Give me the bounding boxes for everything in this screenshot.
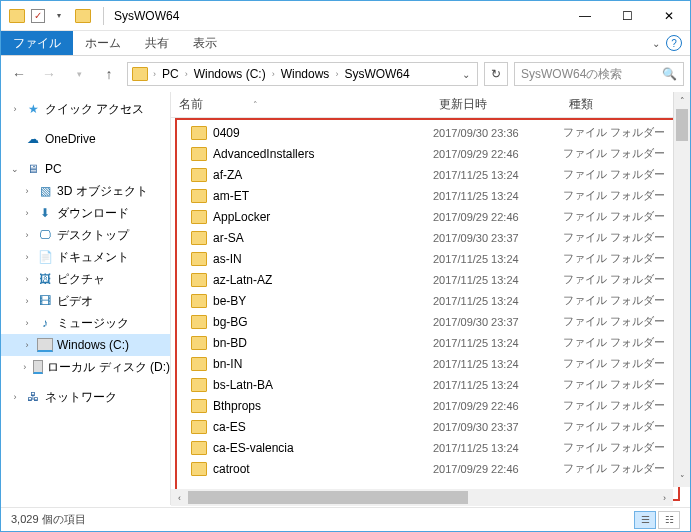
tree-drive-c[interactable]: ›Windows (C:): [1, 334, 170, 356]
file-date: 2017/09/29 22:46: [433, 463, 563, 475]
up-button[interactable]: ↑: [97, 62, 121, 86]
file-date: 2017/09/30 23:36: [433, 127, 563, 139]
folder-icon: [191, 252, 207, 266]
recent-dropdown[interactable]: ▾: [67, 62, 91, 86]
vertical-scrollbar[interactable]: ˄ ˅: [673, 92, 690, 487]
close-button[interactable]: ✕: [648, 1, 690, 31]
tab-home[interactable]: ホーム: [73, 31, 133, 55]
chevron-right-icon[interactable]: ›: [271, 69, 276, 79]
search-input[interactable]: SysWOW64の検索 🔍: [514, 62, 684, 86]
file-name: am-ET: [213, 189, 433, 203]
breadcrumb[interactable]: › PC › Windows (C:) › Windows › SysWOW64…: [127, 62, 478, 86]
horizontal-scrollbar[interactable]: ‹ ›: [171, 489, 673, 506]
tree-label: 3D オブジェクト: [57, 183, 148, 200]
tree-label: OneDrive: [45, 132, 96, 146]
minimize-button[interactable]: ―: [564, 1, 606, 31]
breadcrumb-segment[interactable]: Windows (C:): [191, 67, 269, 81]
tab-view[interactable]: 表示: [181, 31, 229, 55]
chevron-down-icon[interactable]: ⌄: [652, 38, 660, 49]
table-row[interactable]: bg-BG2017/09/30 23:37ファイル フォルダー: [177, 311, 678, 332]
scroll-right-icon[interactable]: ›: [656, 489, 673, 506]
tree-pictures[interactable]: ›🖼ピクチャ: [1, 268, 170, 290]
file-date: 2017/11/25 13:24: [433, 253, 563, 265]
tree-drive-d[interactable]: ›ローカル ディスク (D:): [1, 356, 170, 378]
column-type[interactable]: 種類: [561, 96, 690, 113]
table-row[interactable]: 04092017/09/30 23:36ファイル フォルダー: [177, 122, 678, 143]
table-row[interactable]: ar-SA2017/09/30 23:37ファイル フォルダー: [177, 227, 678, 248]
table-row[interactable]: AdvancedInstallers2017/09/29 22:46ファイル フ…: [177, 143, 678, 164]
tree-desktop[interactable]: ›🖵デスクトップ: [1, 224, 170, 246]
search-placeholder: SysWOW64の検索: [521, 66, 622, 83]
table-row[interactable]: az-Latn-AZ2017/11/25 13:24ファイル フォルダー: [177, 269, 678, 290]
file-name: bn-IN: [213, 357, 433, 371]
refresh-button[interactable]: ↻: [484, 62, 508, 86]
status-bar: 3,029 個の項目 ☰ ☷: [1, 507, 690, 531]
tree-videos[interactable]: ›🎞ビデオ: [1, 290, 170, 312]
folder-icon: [191, 294, 207, 308]
file-name: as-IN: [213, 252, 433, 266]
table-row[interactable]: bn-BD2017/11/25 13:24ファイル フォルダー: [177, 332, 678, 353]
back-button[interactable]: ←: [7, 62, 31, 86]
ribbon: ファイル ホーム 共有 表示 ⌄ ?: [1, 31, 690, 56]
item-count: 3,029 個の項目: [11, 512, 86, 527]
scroll-left-icon[interactable]: ‹: [171, 489, 188, 506]
scroll-down-icon[interactable]: ˅: [674, 470, 690, 487]
scroll-thumb[interactable]: [676, 109, 688, 141]
tree-music[interactable]: ›♪ミュージック: [1, 312, 170, 334]
checkbox-icon[interactable]: ✓: [31, 9, 45, 23]
tree-label: デスクトップ: [57, 227, 129, 244]
details-view-button[interactable]: ☰: [634, 511, 656, 529]
table-row[interactable]: bs-Latn-BA2017/11/25 13:24ファイル フォルダー: [177, 374, 678, 395]
address-dropdown-icon[interactable]: ⌄: [459, 69, 473, 80]
tree-onedrive[interactable]: ☁OneDrive: [1, 128, 170, 150]
table-row[interactable]: am-ET2017/11/25 13:24ファイル フォルダー: [177, 185, 678, 206]
forward-button[interactable]: →: [37, 62, 61, 86]
table-row[interactable]: catroot2017/09/29 22:46ファイル フォルダー: [177, 458, 678, 479]
tree-pc[interactable]: ⌄🖥PC: [1, 158, 170, 180]
table-row[interactable]: AppLocker2017/09/29 22:46ファイル フォルダー: [177, 206, 678, 227]
tree-label: ビデオ: [57, 293, 93, 310]
column-date[interactable]: 更新日時: [431, 96, 561, 113]
chevron-right-icon[interactable]: ›: [184, 69, 189, 79]
breadcrumb-segment[interactable]: Windows: [278, 67, 333, 81]
tab-share[interactable]: 共有: [133, 31, 181, 55]
file-date: 2017/09/30 23:37: [433, 421, 563, 433]
table-row[interactable]: ca-ES-valencia2017/11/25 13:24ファイル フォルダー: [177, 437, 678, 458]
tree-label: ピクチャ: [57, 271, 105, 288]
tree-network[interactable]: ›🖧ネットワーク: [1, 386, 170, 408]
file-type: ファイル フォルダー: [563, 377, 665, 392]
file-date: 2017/11/25 13:24: [433, 379, 563, 391]
sort-asc-icon: ˄: [253, 100, 258, 110]
file-type: ファイル フォルダー: [563, 419, 665, 434]
chevron-right-icon[interactable]: ›: [334, 69, 339, 79]
file-date: 2017/09/30 23:37: [433, 316, 563, 328]
file-type: ファイル フォルダー: [563, 461, 665, 476]
qat-dropdown-icon[interactable]: ▾: [49, 6, 69, 26]
table-row[interactable]: as-IN2017/11/25 13:24ファイル フォルダー: [177, 248, 678, 269]
table-row[interactable]: bn-IN2017/11/25 13:24ファイル フォルダー: [177, 353, 678, 374]
chevron-right-icon[interactable]: ›: [152, 69, 157, 79]
column-name[interactable]: 名前˄: [171, 96, 431, 113]
table-row[interactable]: af-ZA2017/11/25 13:24ファイル フォルダー: [177, 164, 678, 185]
breadcrumb-segment[interactable]: PC: [159, 67, 182, 81]
tree-label: ダウンロード: [57, 205, 129, 222]
file-name: ca-ES-valencia: [213, 441, 433, 455]
table-row[interactable]: be-BY2017/11/25 13:24ファイル フォルダー: [177, 290, 678, 311]
file-date: 2017/11/25 13:24: [433, 274, 563, 286]
help-icon[interactable]: ?: [666, 35, 682, 51]
icons-view-button[interactable]: ☷: [658, 511, 680, 529]
tree-quick-access[interactable]: ›★クイック アクセス: [1, 98, 170, 120]
scroll-thumb[interactable]: [188, 491, 468, 504]
window-controls: ― ☐ ✕: [564, 1, 690, 31]
tree-documents[interactable]: ›📄ドキュメント: [1, 246, 170, 268]
file-type: ファイル フォルダー: [563, 440, 665, 455]
tab-file[interactable]: ファイル: [1, 31, 73, 55]
file-type: ファイル フォルダー: [563, 356, 665, 371]
maximize-button[interactable]: ☐: [606, 1, 648, 31]
tree-3d-objects[interactable]: ›▧3D オブジェクト: [1, 180, 170, 202]
table-row[interactable]: ca-ES2017/09/30 23:37ファイル フォルダー: [177, 416, 678, 437]
breadcrumb-segment[interactable]: SysWOW64: [341, 67, 412, 81]
tree-downloads[interactable]: ›⬇ダウンロード: [1, 202, 170, 224]
table-row[interactable]: Bthprops2017/09/29 22:46ファイル フォルダー: [177, 395, 678, 416]
scroll-up-icon[interactable]: ˄: [674, 92, 690, 109]
